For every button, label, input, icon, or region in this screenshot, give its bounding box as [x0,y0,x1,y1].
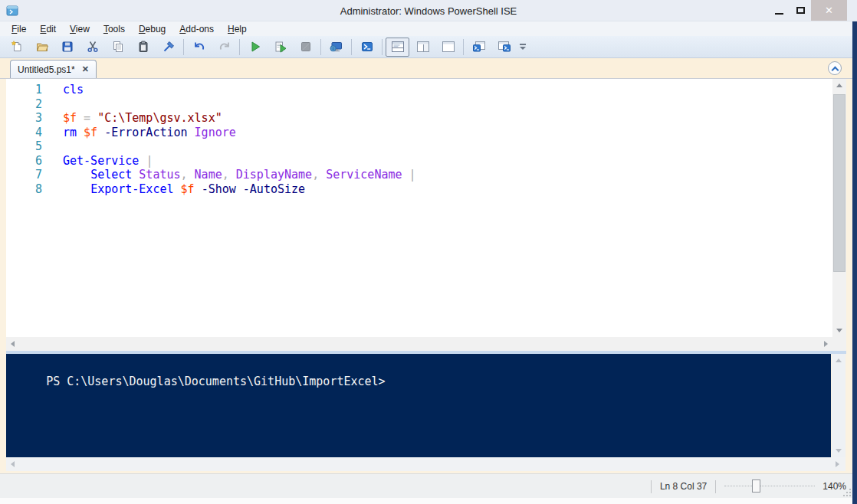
save-button[interactable] [54,38,80,57]
clear-console-icon [163,41,175,53]
tab-close-icon[interactable]: ✕ [82,64,89,74]
paste-button[interactable] [130,38,156,57]
close-icon: ✕ [825,5,833,16]
scroll-left-icon[interactable] [11,461,15,467]
redo-button[interactable] [212,38,237,57]
line-col-indicator: Ln 8 Col 37 [660,481,707,492]
status-separator [715,480,716,493]
run-selection-icon [274,41,287,53]
line-number: 5 [6,139,42,154]
start-powershell-button[interactable] [354,38,379,57]
tab-strip: Untitled5.ps1* ✕ [0,58,852,79]
run-script-button[interactable] [242,38,268,57]
script-pane-right-icon [416,41,430,53]
editor-code: 1cls2 3$f = "C:\Temp\gsv.xlsx"4rm $f -Er… [6,83,832,196]
console-pane[interactable]: PS C:\Users\Douglas\Documents\GitHub\Imp… [6,354,831,457]
toolbar-separator [351,39,352,55]
show-script-pane-maximized-button[interactable] [435,38,461,57]
scroll-down-icon[interactable] [836,329,842,332]
window-bottom-edge [0,498,852,504]
line-number: 8 [6,182,42,197]
menu-view[interactable]: View [63,23,97,35]
editor-scrollbar-thumb[interactable] [833,94,846,272]
line-text [63,139,70,154]
new-script-button[interactable] [4,38,29,57]
editor-vertical-scrollbar[interactable] [832,79,846,337]
toolbar-overflow-button[interactable] [520,44,526,50]
code-line[interactable]: 1cls [6,83,832,97]
line-number: 6 [6,154,42,169]
code-line[interactable]: 3$f = "C:\Temp\gsv.xlsx" [6,111,832,126]
line-text: Get-Service | [63,154,153,169]
status-separator [651,480,652,493]
collapse-script-pane-button[interactable] [828,61,842,75]
scroll-left-icon[interactable] [11,341,15,347]
show-script-pane-right-button[interactable] [410,38,435,57]
menu-file[interactable]: File [5,23,33,35]
zoom-slider-thumb[interactable] [752,479,760,493]
zoom-slider[interactable] [724,479,815,493]
editor-horizontal-scrollbar[interactable] [6,337,832,351]
powershell-console-icon [497,41,511,53]
menu-tools[interactable]: Tools [97,23,132,35]
line-number: 1 [6,83,42,97]
open-folder-icon [36,41,48,53]
scroll-up-icon[interactable] [836,83,842,87]
close-button[interactable]: ✕ [811,0,847,21]
line-text: $f = "C:\Temp\gsv.xlsx" [63,111,222,126]
scroll-right-icon[interactable] [836,461,839,467]
undo-button[interactable] [186,38,212,57]
new-powershell-tab-button[interactable] [466,38,491,57]
overflow-icon [520,44,526,45]
tab-label: Untitled5.ps1* [18,64,75,75]
line-text: Select Status, Name, DisplayName, Servic… [63,168,416,182]
menu-edit[interactable]: Edit [33,23,63,35]
window-title: Administrator: Windows PowerShell ISE [0,0,857,21]
maximize-icon [796,7,805,14]
menu-debug[interactable]: Debug [132,23,172,35]
scroll-up-icon[interactable] [836,358,842,362]
script-editor-pane[interactable]: 1cls2 3$f = "C:\Temp\gsv.xlsx"4rm $f -Er… [6,79,832,337]
code-line[interactable]: 4rm $f -ErrorAction Ignore [6,126,832,140]
new-remote-powershell-tab-button[interactable] [323,38,349,57]
scroll-right-icon[interactable] [824,341,828,347]
show-script-pane-top-button[interactable] [386,38,409,57]
stop-operation-button[interactable] [293,38,318,57]
code-line[interactable]: 6Get-Service | [6,154,832,169]
cut-button[interactable] [80,38,105,57]
console-horizontal-scrollbar[interactable] [6,457,846,471]
powershell-icon [361,41,373,53]
clear-console-button[interactable] [156,38,181,57]
code-line[interactable]: 8 Export-Excel $f -Show -AutoSize [6,182,832,197]
tab-untitled5[interactable]: Untitled5.ps1* ✕ [10,60,97,78]
scroll-down-icon[interactable] [836,449,842,453]
code-line[interactable]: 2 [6,97,832,112]
copy-icon [112,41,124,53]
minimize-button[interactable] [770,0,788,21]
undo-icon [193,41,205,53]
code-line[interactable]: 7 Select Status, Name, DisplayName, Serv… [6,168,832,182]
powershell-console-button[interactable] [491,38,517,57]
code-line[interactable]: 5 [6,139,832,154]
menu-addons[interactable]: Add-ons [172,23,221,35]
copy-button[interactable] [105,38,130,57]
save-icon [61,41,74,53]
status-bar: Ln 8 Col 37 140% [0,473,852,498]
resize-grip[interactable] [842,487,851,496]
open-script-button[interactable] [29,38,54,57]
menu-help[interactable]: Help [221,23,254,35]
title-bar: Administrator: Windows PowerShell ISE ✕ [0,0,857,21]
new-script-icon [11,41,23,53]
toolbar-separator [320,39,321,55]
line-text: rm $f -ErrorAction Ignore [63,126,236,140]
remote-session-icon [330,41,343,53]
toolbar-separator [183,39,184,55]
line-number: 3 [6,111,42,126]
maximize-button[interactable] [791,0,809,21]
console-vertical-scrollbar[interactable] [832,354,846,457]
line-number: 7 [6,168,42,182]
line-text [63,97,70,112]
script-pane-maximized-icon [442,41,455,53]
run-selection-button[interactable] [268,38,293,57]
zoom-slider-track[interactable] [724,486,815,486]
